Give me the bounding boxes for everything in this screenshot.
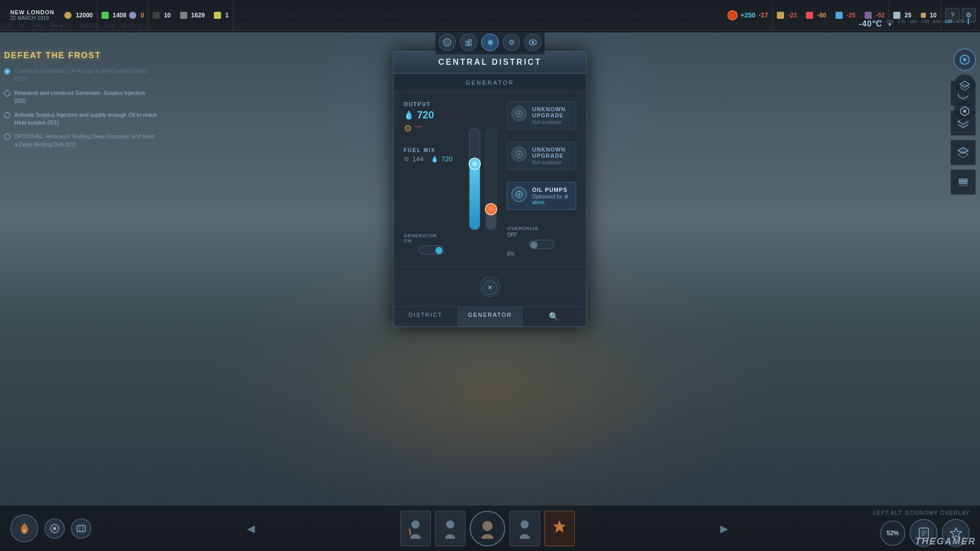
bottom-left-buttons xyxy=(10,514,91,542)
upgrade-name-1: UNKNOWN UPGRADE xyxy=(532,106,572,118)
right-btn-3[interactable] xyxy=(950,140,976,165)
quest-text-3: Activate Surplus Injectors and supply en… xyxy=(14,111,157,127)
generator-toggle[interactable] xyxy=(419,245,444,255)
map-svg-icon xyxy=(443,38,451,46)
map-close-button[interactable]: ✕ xyxy=(483,281,497,295)
tab-search[interactable]: 🔍 xyxy=(523,307,586,327)
hud-resources-section: 10 1629 1 xyxy=(149,0,233,30)
fuel-oil-value: 720 xyxy=(442,155,453,163)
main-thermometer xyxy=(469,128,480,230)
upgrade-info-3: OIL PUMPS Optimised for ⚙ alone. xyxy=(532,187,572,205)
quest-item-4: OPTIONAL: Research 'Melting Deep Deposit… xyxy=(4,132,157,149)
main-portrait-icon xyxy=(477,518,498,539)
minimap-icon-1 xyxy=(959,54,970,65)
engineers-value: -52 xyxy=(876,12,885,19)
minimap-btn-2[interactable] xyxy=(953,74,976,96)
buildings-svg-icon xyxy=(464,38,473,46)
thermometer-handle[interactable] xyxy=(469,158,481,170)
generator-toggle-thumb xyxy=(435,247,443,254)
handle-gear-icon xyxy=(471,160,478,167)
minimap-btn-1[interactable] xyxy=(953,48,976,71)
quest-check-4 xyxy=(4,134,10,140)
portrait-1[interactable] xyxy=(400,511,431,546)
steam-icon xyxy=(129,12,136,19)
output-label: OUTPUT xyxy=(404,102,459,107)
fuel-row: ⚙ 144 💧 720 xyxy=(404,155,459,163)
svg-marker-27 xyxy=(958,147,968,154)
svg-point-13 xyxy=(518,193,520,195)
svg-point-7 xyxy=(474,163,476,165)
portrait-silhouette-2 xyxy=(443,518,458,539)
engineers-icon xyxy=(865,12,872,19)
svg-point-50 xyxy=(963,110,966,113)
scroll-left-button[interactable]: ◀ xyxy=(247,522,255,535)
quest-item-3: Activate Surplus Injectors and supply en… xyxy=(4,110,157,128)
svg-point-37 xyxy=(446,520,454,529)
upgrade-status-3: Optimised for ⚙ alone. xyxy=(532,194,572,205)
frost-icon-button[interactable]: ❄ xyxy=(481,34,499,51)
parts-icon xyxy=(214,12,221,19)
upgrade-icon-3 xyxy=(511,187,527,202)
tab-generator[interactable]: GENERATOR xyxy=(458,307,522,327)
overdrive-toggle[interactable] xyxy=(529,240,554,249)
eye-svg-icon xyxy=(529,39,537,45)
minimap-btn-3[interactable] xyxy=(953,99,976,122)
bottom-btn-cog[interactable] xyxy=(44,518,65,539)
upgrade-name-2: UNKNOWN UPGRADE xyxy=(532,146,572,159)
scroll-right-button[interactable]: ▶ xyxy=(720,522,728,535)
gear-icon-button[interactable]: ⚙ xyxy=(503,34,520,51)
panel-body: OUTPUT 💧 720 ⚙ 〰 FUEL MIX ⚙ 144 💧 720 xyxy=(394,91,586,267)
temperature-scale: -190 -180 -170 -160 -150 -140 -130 -120 xyxy=(873,18,970,24)
svg-point-34 xyxy=(53,527,56,530)
heat-positive: +250 xyxy=(741,11,755,19)
portrait-silhouette-3 xyxy=(517,518,532,539)
portrait-main[interactable] xyxy=(470,511,505,546)
workers-icon xyxy=(893,12,900,19)
watermark: THEGAMER xyxy=(915,536,976,547)
thermometer-fill xyxy=(470,164,480,230)
svg-point-36 xyxy=(411,520,420,529)
food-icon xyxy=(102,12,109,19)
heat-negative: -17 xyxy=(758,11,768,19)
bottom-btn-fire[interactable] xyxy=(10,514,38,542)
upgrade-gear-icon-2 xyxy=(515,150,523,158)
svg-rect-2 xyxy=(466,41,468,45)
portrait-2[interactable] xyxy=(435,511,465,546)
panel-subtitle: GENERATOR xyxy=(465,80,514,86)
heat-icon xyxy=(727,10,738,20)
oil-fuel-icon: 💧 xyxy=(431,156,438,163)
svg-point-47 xyxy=(963,58,966,61)
eye-icon-button[interactable] xyxy=(524,34,542,51)
food-value: 1408 xyxy=(113,12,127,19)
search-icon: 🔍 xyxy=(549,312,560,321)
portrait-silhouette-1 xyxy=(408,518,423,539)
map-icon-button[interactable] xyxy=(438,34,456,51)
top-hud: NEW LONDON 22 MARCH 1919 12000 1408 0 10… xyxy=(0,0,980,31)
filter-icon xyxy=(957,146,969,159)
steel-icon xyxy=(180,12,187,19)
svg-point-32 xyxy=(23,529,26,532)
close-icon: ✕ xyxy=(487,284,493,291)
portrait-3[interactable] xyxy=(509,511,540,546)
hud-population-section: 12000 xyxy=(60,0,97,30)
buildings-icon-button[interactable] xyxy=(460,34,477,51)
economy-overlay-button[interactable]: 52% xyxy=(880,520,905,546)
fire-icon xyxy=(17,521,32,536)
upgrade-item-1: UNKNOWN UPGRADE Not available xyxy=(507,102,576,130)
upgrade-icon-2 xyxy=(511,146,527,162)
right-btn-4[interactable] xyxy=(950,169,976,195)
secondary-handle[interactable] xyxy=(485,203,497,215)
hotkey-hint: LEFT ALT: ECONOMY OVERLAY xyxy=(873,510,970,516)
upgrade-item-2: UNKNOWN UPGRADE Not available xyxy=(507,142,576,170)
panel-title: CENTRAL DISTRICT xyxy=(404,58,576,67)
svg-point-38 xyxy=(482,521,493,531)
generator-toggle-group: GENERATOR ON xyxy=(404,233,459,257)
tab-district[interactable]: DISTRICT xyxy=(394,307,458,327)
upgrade-icon-1 xyxy=(511,106,527,121)
quest-item-2: Research and construct Generator: Surplu… xyxy=(4,88,157,106)
bottom-btn-map[interactable] xyxy=(71,518,91,539)
svg-rect-30 xyxy=(959,182,967,183)
children-value: 10 xyxy=(930,12,937,19)
upgrade-name-3: OIL PUMPS xyxy=(532,187,572,193)
portrait-special[interactable] xyxy=(544,511,575,546)
